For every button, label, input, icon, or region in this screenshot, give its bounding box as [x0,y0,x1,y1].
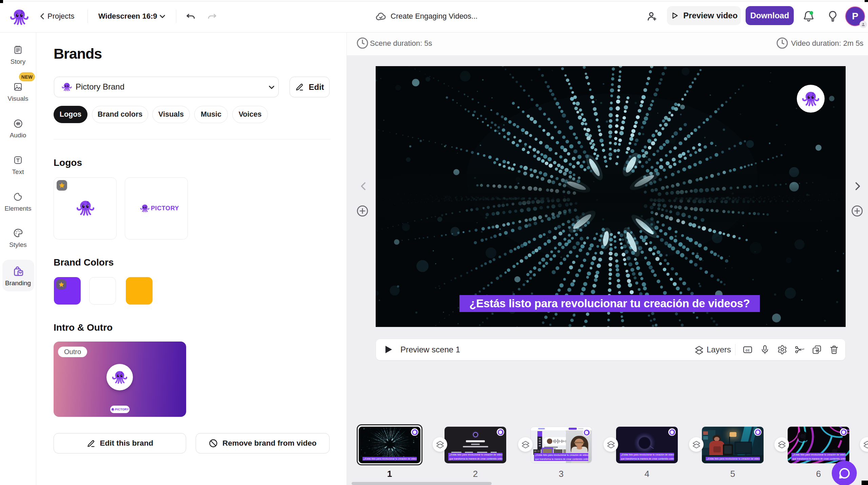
svg-text:cc: cc [746,348,750,352]
